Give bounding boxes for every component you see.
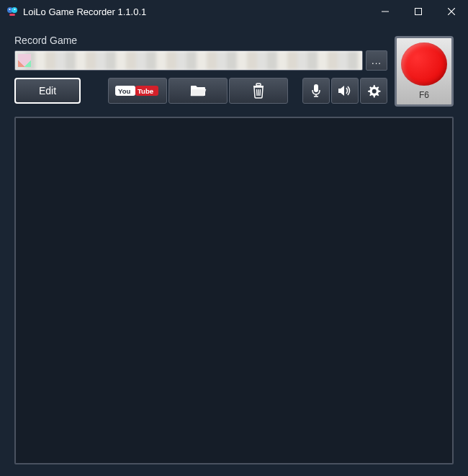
content-area: Record Game ... Edit — [0, 23, 468, 476]
minimize-button[interactable] — [369, 0, 402, 23]
titlebar: LoiLo Game Recorder 1.1.0.1 — [0, 0, 468, 23]
app-window: LoiLo Game Recorder 1.1.0.1 Record Game — [0, 0, 468, 476]
game-icon — [18, 54, 31, 67]
svg-text:Tube: Tube — [138, 87, 153, 95]
gear-icon — [366, 84, 381, 98]
toolbar: Edit You Tube — [14, 78, 387, 104]
svg-line-15 — [257, 89, 258, 96]
browse-label: ... — [372, 55, 382, 66]
game-path-row: ... — [14, 50, 387, 71]
maximize-button[interactable] — [402, 0, 435, 23]
browse-button[interactable]: ... — [366, 50, 387, 71]
record-icon — [401, 42, 447, 86]
window-controls — [369, 0, 468, 23]
volume-button[interactable] — [331, 78, 359, 104]
top-row: ... Edit You Tube — [14, 50, 454, 107]
open-folder-button[interactable] — [168, 78, 228, 104]
recordings-panel[interactable] — [14, 117, 454, 464]
microphone-button[interactable] — [302, 78, 330, 104]
record-hotkey-label: F6 — [419, 90, 429, 100]
svg-point-1 — [12, 7, 17, 13]
record-game-label: Record Game — [14, 35, 454, 46]
svg-point-2 — [9, 9, 11, 10]
toolbar-group-settings — [302, 78, 387, 104]
svg-rect-4 — [9, 14, 15, 16]
record-button[interactable]: F6 — [395, 36, 454, 107]
game-path-value-obscured — [15, 51, 362, 70]
delete-button[interactable] — [229, 78, 288, 104]
settings-button[interactable] — [360, 78, 387, 104]
svg-text:You: You — [118, 87, 130, 95]
edit-label: Edit — [39, 85, 56, 96]
svg-point-21 — [372, 89, 377, 94]
svg-rect-6 — [415, 9, 422, 15]
edit-button[interactable]: Edit — [14, 78, 81, 104]
close-button[interactable] — [435, 0, 468, 23]
svg-rect-18 — [314, 84, 318, 92]
trash-icon — [252, 83, 265, 99]
svg-rect-14 — [256, 84, 261, 86]
toolbar-group-actions: You Tube — [108, 78, 288, 104]
svg-point-3 — [14, 9, 16, 10]
youtube-button[interactable]: You Tube — [108, 78, 167, 104]
folder-icon — [189, 84, 207, 98]
app-logo-icon — [6, 5, 19, 18]
speaker-icon — [338, 84, 352, 97]
window-title: LoiLo Game Recorder 1.1.0.1 — [23, 6, 369, 17]
microphone-icon — [310, 84, 322, 98]
game-path-input[interactable] — [14, 50, 363, 71]
left-top: ... Edit You Tube — [14, 50, 387, 104]
svg-line-17 — [260, 89, 261, 96]
